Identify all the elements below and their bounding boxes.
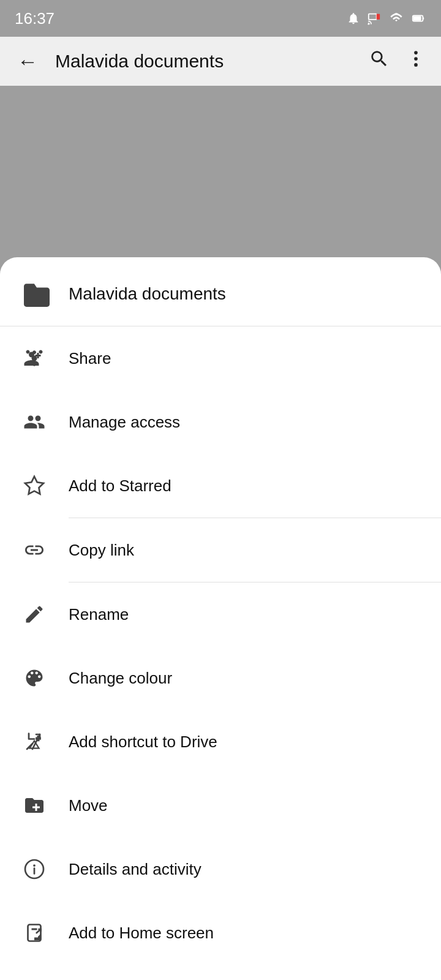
- menu-item-manage-access[interactable]: Manage access: [0, 390, 441, 454]
- move-icon: [20, 791, 49, 820]
- star-icon: [20, 471, 49, 500]
- menu-item-add-shortcut[interactable]: + Add shortcut to Drive: [0, 710, 441, 774]
- wifi-icon: [388, 12, 404, 25]
- cast-icon: [366, 12, 382, 25]
- status-icons: [347, 12, 426, 25]
- menu-item-copy-link[interactable]: Copy link: [0, 518, 441, 582]
- home-screen-icon: [20, 918, 49, 948]
- menu-item-add-starred[interactable]: Add to Starred: [0, 454, 441, 518]
- status-bar: 16:37: [0, 0, 441, 37]
- info-icon: [20, 854, 49, 884]
- change-colour-label: Change colour: [69, 669, 172, 688]
- app-bar-actions: [366, 46, 429, 77]
- menu-item-details[interactable]: Details and activity: [0, 837, 441, 901]
- manage-access-label: Manage access: [69, 413, 180, 432]
- shortcut-icon: +: [20, 727, 49, 756]
- menu-item-move[interactable]: Move: [0, 774, 441, 837]
- svg-rect-0: [369, 14, 377, 20]
- share-label: Share: [69, 349, 111, 368]
- bottom-sheet: Malavida documents Share Manage access: [0, 257, 441, 980]
- search-button[interactable]: [366, 46, 392, 77]
- menu-item-rename[interactable]: Rename: [0, 582, 441, 646]
- app-bar: ← Malavida documents: [0, 37, 441, 86]
- back-button[interactable]: ←: [12, 45, 43, 78]
- sheet-header: Malavida documents: [0, 257, 441, 326]
- add-shortcut-label: Add shortcut to Drive: [69, 733, 217, 752]
- svg-point-7: [414, 57, 418, 61]
- folder-icon: [20, 277, 54, 311]
- rename-icon: [20, 600, 49, 629]
- manage-access-icon: [20, 407, 49, 437]
- menu-item-home-screen[interactable]: Add to Home screen: [0, 901, 441, 965]
- svg-point-8: [414, 63, 418, 67]
- share-icon: [20, 344, 49, 373]
- svg-point-6: [414, 51, 418, 55]
- notification-icon: [347, 12, 360, 25]
- menu-item-change-colour[interactable]: Change colour: [0, 646, 441, 710]
- copy-link-label: Copy link: [69, 541, 134, 560]
- battery-icon: [410, 12, 426, 25]
- rename-label: Rename: [69, 605, 129, 624]
- menu-item-share[interactable]: Share: [0, 326, 441, 390]
- sheet-title: Malavida documents: [69, 284, 226, 304]
- app-bar-title: Malavida documents: [55, 51, 354, 72]
- status-time: 16:37: [15, 9, 55, 28]
- more-options-button[interactable]: [403, 46, 429, 77]
- link-icon: [20, 535, 49, 565]
- svg-point-2: [368, 23, 369, 25]
- home-screen-label: Add to Home screen: [69, 924, 214, 943]
- details-label: Details and activity: [69, 860, 202, 879]
- svg-text:+: +: [36, 734, 40, 743]
- svg-rect-5: [423, 17, 424, 20]
- background-area: [0, 86, 441, 257]
- svg-rect-4: [413, 16, 421, 20]
- add-starred-label: Add to Starred: [69, 477, 172, 496]
- svg-rect-1: [377, 14, 380, 20]
- palette-icon: [20, 663, 49, 693]
- menu-item-remove[interactable]: Remove: [0, 965, 441, 980]
- move-label: Move: [69, 796, 108, 815]
